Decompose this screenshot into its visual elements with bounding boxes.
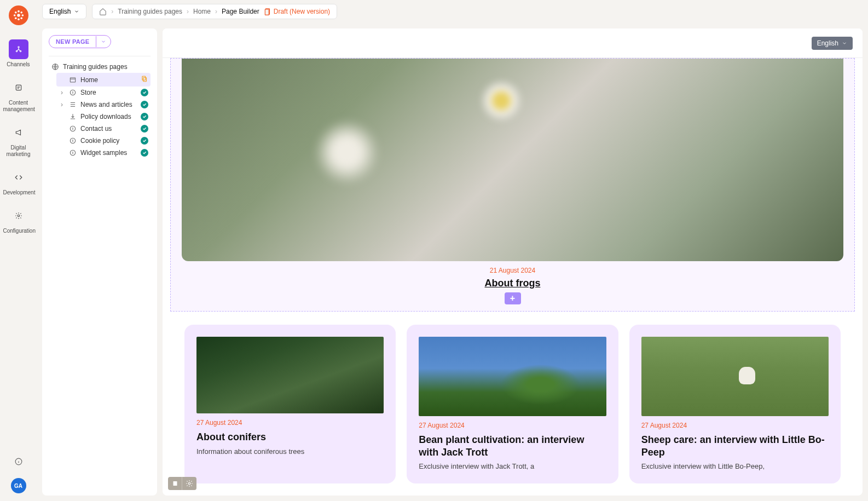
add-widget-button[interactable]: + xyxy=(505,292,521,304)
svg-rect-25 xyxy=(173,481,177,486)
svg-point-0 xyxy=(17,14,20,17)
breadcrumb-link[interactable]: Training guides pages xyxy=(118,8,182,15)
chevron-down-icon xyxy=(842,41,847,46)
content-icon xyxy=(9,78,28,97)
hero-date: 21 August 2024 xyxy=(171,267,854,274)
breadcrumb-separator: › xyxy=(111,8,113,15)
page-icon xyxy=(68,149,77,157)
tree-label: Widget samples xyxy=(80,149,127,157)
svg-rect-18 xyxy=(70,77,75,82)
breadcrumb-separator: › xyxy=(187,8,189,15)
status-published-icon xyxy=(141,89,148,96)
channels-icon xyxy=(9,39,28,59)
breadcrumb-separator: › xyxy=(215,8,217,15)
article-card[interactable]: 27 August 2024 Sheep care: an interview … xyxy=(629,325,841,483)
draft-icon xyxy=(264,8,271,15)
chevron-down-icon xyxy=(74,9,79,14)
tree-label: Training guides pages xyxy=(63,63,128,71)
tree-item-contact[interactable]: Contact us xyxy=(56,123,151,135)
preview-language-selector[interactable]: English xyxy=(812,37,853,50)
tree-item-home[interactable]: Home xyxy=(56,73,151,87)
info-button[interactable] xyxy=(11,454,26,469)
language-selector[interactable]: English xyxy=(42,4,86,19)
card-title: Sheep care: an interview with Little Bo-… xyxy=(641,434,829,458)
svg-point-9 xyxy=(18,47,19,48)
chevron-down-icon[interactable] xyxy=(96,36,111,47)
svg-rect-12 xyxy=(16,85,21,90)
home-icon[interactable] xyxy=(99,8,107,15)
nav-digital-marketing[interactable]: Digital marketing xyxy=(3,118,34,163)
tree-item-widgets[interactable]: Widget samples xyxy=(56,147,151,159)
chevron-right-icon[interactable]: › xyxy=(59,101,65,108)
svg-point-8 xyxy=(20,17,22,19)
svg-point-3 xyxy=(13,14,15,16)
hero-image[interactable] xyxy=(182,59,843,261)
card-date: 27 August 2024 xyxy=(641,422,829,429)
chevron-right-icon[interactable]: › xyxy=(59,89,65,96)
list-icon xyxy=(68,101,77,108)
svg-point-7 xyxy=(14,17,16,19)
globe-icon xyxy=(51,63,60,71)
canvas-header: English xyxy=(163,28,863,58)
nav-development[interactable]: Development xyxy=(3,163,34,201)
hero-title-link[interactable]: About frogs xyxy=(171,278,854,289)
draft-status[interactable]: Draft (New version) xyxy=(264,8,330,15)
canvas-body[interactable]: 21 August 2024 About frogs + 27 August 2… xyxy=(163,58,863,496)
page-icon xyxy=(68,137,77,145)
download-icon xyxy=(68,113,77,120)
card-description: Exclusive interview with Little Bo-Peep, xyxy=(641,462,829,471)
tree-label: Contact us xyxy=(80,125,112,133)
user-avatar[interactable]: GA xyxy=(11,478,26,493)
tree-item-policy[interactable]: Policy downloads xyxy=(56,111,151,123)
widget-zone-hero[interactable]: 21 August 2024 About frogs + xyxy=(170,58,855,312)
nav-configuration[interactable]: Configuration xyxy=(3,201,34,240)
article-card[interactable]: 27 August 2024 About conifers Informatio… xyxy=(184,325,396,483)
top-bar: English › Training guides pages › Home ›… xyxy=(37,0,868,23)
breadcrumb-current: Page Builder xyxy=(222,8,259,15)
app-logo[interactable] xyxy=(9,5,28,25)
svg-point-1 xyxy=(18,10,20,13)
status-published-icon xyxy=(141,101,148,108)
cards-row: 27 August 2024 About conifers Informatio… xyxy=(163,312,863,496)
tree-label: Home xyxy=(80,76,98,84)
language-label: English xyxy=(49,8,71,15)
page-icon xyxy=(68,125,77,133)
nav-label: Channels xyxy=(7,61,30,67)
tree-item-news[interactable]: › News and articles xyxy=(56,99,151,111)
card-description: Exclusive interview with Jack Trott, a xyxy=(419,462,606,471)
svg-point-4 xyxy=(21,14,24,16)
divider xyxy=(49,56,151,56)
card-date: 27 August 2024 xyxy=(196,419,384,427)
page-icon xyxy=(68,89,77,96)
nav-content-management[interactable]: Content management xyxy=(3,73,34,118)
marketing-icon xyxy=(9,123,28,142)
svg-point-6 xyxy=(20,11,22,14)
tree-item-store[interactable]: › Store xyxy=(56,87,151,99)
status-published-icon xyxy=(141,137,148,145)
toolbar-settings-button[interactable] xyxy=(182,477,196,490)
article-card[interactable]: 27 August 2024 Bean plant cultivation: a… xyxy=(407,325,618,483)
card-date: 27 August 2024 xyxy=(419,422,606,429)
app-sidebar: Channels Content management Digital mark… xyxy=(0,0,37,501)
tree-root[interactable]: Training guides pages xyxy=(49,61,151,73)
tree-item-cookie[interactable]: Cookie policy xyxy=(56,135,151,147)
copy-icon[interactable] xyxy=(141,75,148,84)
page-icon xyxy=(68,76,77,84)
status-published-icon xyxy=(141,125,148,133)
nav-channels[interactable]: Channels xyxy=(3,35,34,73)
canvas-toolbar xyxy=(168,477,196,490)
breadcrumb: › Training guides pages › Home › Page Bu… xyxy=(92,4,337,19)
new-page-button[interactable]: NEW PAGE xyxy=(49,35,111,48)
breadcrumb-link[interactable]: Home xyxy=(193,8,211,15)
tree-label: News and articles xyxy=(80,101,132,108)
card-image xyxy=(641,337,829,416)
nav-label: Content management xyxy=(3,100,35,112)
code-icon xyxy=(9,168,28,187)
nav-label: Digital marketing xyxy=(7,145,31,157)
svg-point-26 xyxy=(188,482,190,485)
toolbar-page-button[interactable] xyxy=(168,477,182,490)
svg-rect-19 xyxy=(143,78,147,82)
tree-label: Store xyxy=(80,89,96,96)
tree-label: Cookie policy xyxy=(80,137,119,145)
card-title: Bean plant cultivation: an interview wit… xyxy=(419,434,606,458)
